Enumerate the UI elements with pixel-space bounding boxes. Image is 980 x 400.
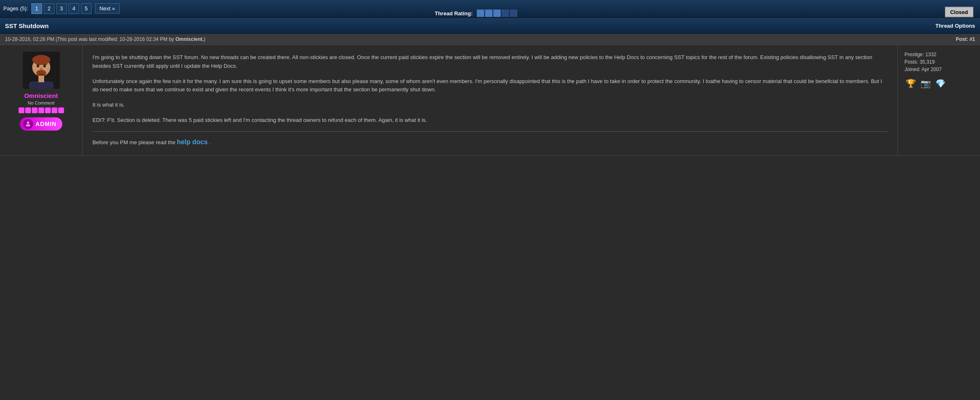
star-2 [485,10,492,17]
pages-label: Pages (5): [3,5,28,12]
post-area: Omniscient No Comment ADMIN I'm going to… [0,45,980,156]
admin-label: ADMIN [36,121,57,127]
post-paragraph-4: EDIT: F'it. Section is deleted. There wa… [92,116,888,125]
post-paragraph-3: It is what it is. [92,101,888,110]
user-title: No Comment [28,100,54,105]
svg-point-5 [43,65,46,67]
star-3 [493,10,501,17]
pip-2 [25,107,31,113]
top-bar: Pages (5): 1 2 3 4 5 Next » Thread Ratin… [0,0,980,18]
page-2-button[interactable]: 2 [44,3,54,14]
svg-rect-6 [36,64,40,65]
signature-divider [92,131,888,132]
svg-point-4 [37,65,39,67]
star-5 [510,10,517,17]
page-3-button[interactable]: 3 [56,3,67,14]
closed-badge: Closed [945,7,973,17]
badge-row: 🏆 📷 💎 [904,77,947,90]
page-1-button[interactable]: 1 [31,3,42,14]
svg-rect-12 [38,76,44,82]
svg-rect-7 [43,64,47,65]
post-meta-bar: 10-28-2016, 02:26 PM (This post was last… [0,34,980,45]
pip-5 [45,107,51,113]
thread-rating: Thread Rating: [435,10,517,17]
thread-title-bar: SST Shutdown Thread Options [0,18,980,34]
page-5-button[interactable]: 5 [81,3,92,14]
post-number: Post: #1 [956,36,975,42]
prestige-stat: Prestige: 1332 [904,52,936,57]
thread-options-button[interactable]: Thread Options [935,23,975,29]
rating-stars [477,10,517,17]
posts-stat: Posts: 35,319 [904,59,935,65]
svg-rect-3 [38,55,44,62]
pip-6 [52,107,57,113]
camera-icon: 📷 [919,77,932,90]
star-4 [502,10,509,17]
post-date: 10-28-2016, 02:26 PM (This post was last… [5,36,206,42]
signature-prefix: Before you PM me please read the [92,139,177,145]
user-stats-panel: Prestige: 1332 Posts: 35,319 Joined: Apr… [897,45,980,155]
pip-4 [38,107,44,113]
admin-badge: ADMIN [20,117,62,131]
pip-1 [19,107,24,113]
thread-title: SST Shutdown [5,22,49,29]
signature: Before you PM me please read the help do… [92,137,888,148]
trophy-icon: 🏆 [904,77,917,90]
help-docs-link[interactable]: help docs [177,138,208,145]
svg-rect-11 [29,81,54,89]
svg-point-13 [27,121,29,124]
signature-suffix: . [208,139,211,145]
star-1 [477,10,484,17]
post-body: I'm going to be shutting down the SST fo… [83,45,897,155]
post-paragraph-1: I'm going to be shutting down the SST fo… [92,53,888,71]
pagination: Pages (5): 1 2 3 4 5 Next » [3,3,120,14]
user-panel: Omniscient No Comment ADMIN [0,45,83,155]
user-pips [19,107,64,113]
admin-icon [23,119,33,129]
pip-7 [58,107,64,113]
username-link[interactable]: Omniscient [24,92,58,99]
rating-label: Thread Rating: [435,10,473,17]
avatar [23,52,60,89]
svg-rect-14 [26,124,30,126]
diamond-icon: 💎 [934,77,947,90]
joined-stat: Joined: Apr 2007 [904,67,942,72]
post-paragraph-2: Unfortunately once again the few ruin it… [92,77,888,95]
next-button[interactable]: Next » [95,3,120,14]
page-4-button[interactable]: 4 [69,3,79,14]
pip-3 [32,107,38,113]
